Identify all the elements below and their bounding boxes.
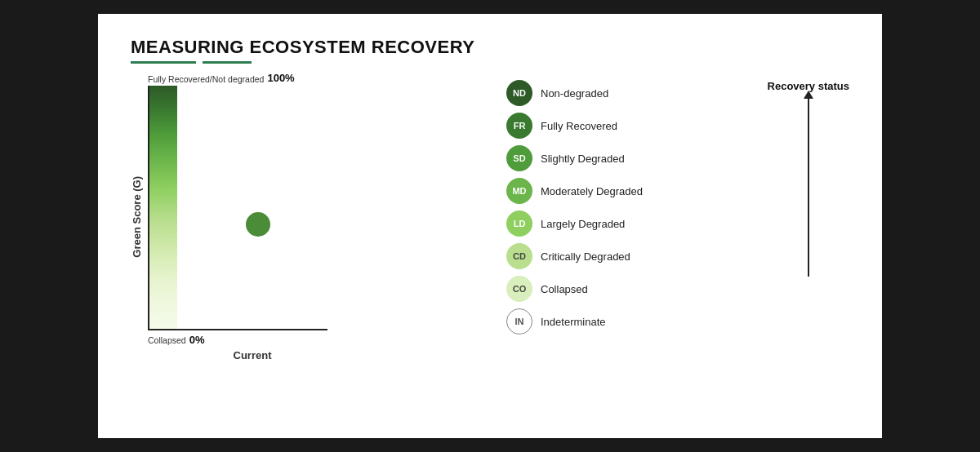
page-title: MEASURING ECOSYSTEM RECOVERY <box>131 37 849 58</box>
chart-box <box>148 86 327 330</box>
legend-area: NDNon-degradedFRFully RecoveredSDSlightl… <box>474 72 849 335</box>
recovery-status-area: Recovery status <box>768 80 849 277</box>
top-percent: 100% <box>267 72 294 84</box>
content-area: Green Score (G) Fully Recovered/Not degr… <box>131 72 849 419</box>
underline-segment-2 <box>203 61 252 64</box>
underline-segment-1 <box>131 61 196 64</box>
legend-badge: LD <box>506 210 532 237</box>
legend-label: Indeterminate <box>541 316 606 328</box>
legend-badge: IN <box>506 308 532 335</box>
legend-badge: CD <box>506 243 532 269</box>
title-area: MEASURING ECOSYSTEM RECOVERY <box>131 37 849 64</box>
x-axis-label: Current <box>234 349 272 361</box>
data-point <box>246 212 270 237</box>
legend-label: Moderately Degraded <box>541 185 643 197</box>
legend-label: Critically Degraded <box>541 250 630 263</box>
legend-badge: SD <box>506 145 532 171</box>
bottom-label: Collapsed <box>148 335 186 345</box>
title-underline <box>131 61 849 64</box>
legend-badge: CO <box>506 276 532 302</box>
axis-bottom <box>148 329 327 330</box>
legend-label: Collapsed <box>541 283 588 295</box>
legend-badge: MD <box>506 178 532 204</box>
y-axis-label: Green Score (G) <box>131 176 143 258</box>
slide: MEASURING ECOSYSTEM RECOVERY Green Score… <box>98 14 882 438</box>
legend-label: Fully Recovered <box>541 120 617 132</box>
top-label: Fully Recovered/Not degraded <box>148 74 267 84</box>
legend-label: Non-degraded <box>541 87 608 100</box>
chart-wrapper: Green Score (G) Fully Recovered/Not degr… <box>131 72 474 361</box>
legend-label: Largely Degraded <box>541 218 625 230</box>
legend-item: COCollapsed <box>506 276 849 302</box>
legend-badge: ND <box>506 80 532 106</box>
legend-badge: FR <box>506 113 532 139</box>
recovery-arrow <box>808 97 809 277</box>
axis-left <box>148 86 149 330</box>
legend-item: INIndeterminate <box>506 308 849 335</box>
gradient-bar <box>148 86 177 330</box>
x-axis-label-area: Current <box>148 349 327 361</box>
bottom-percent: 0% <box>189 334 205 346</box>
legend-label: Slightly Degraded <box>541 153 625 165</box>
bottom-row: Collapsed 0% <box>148 334 327 346</box>
